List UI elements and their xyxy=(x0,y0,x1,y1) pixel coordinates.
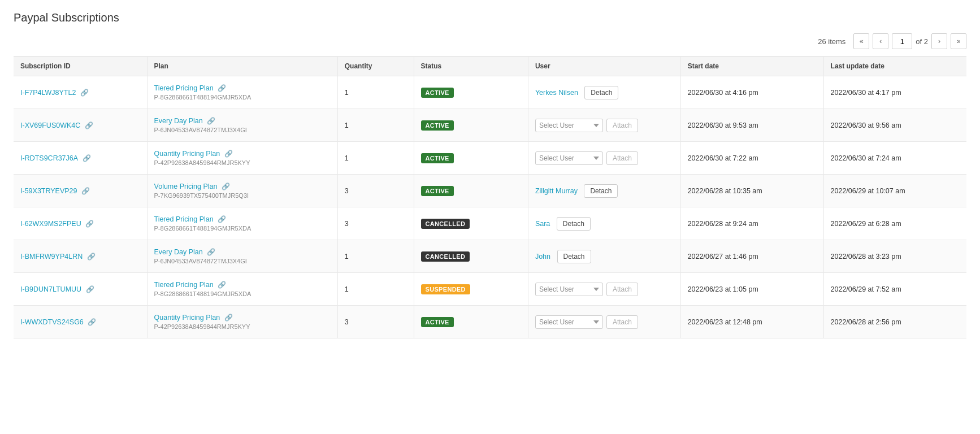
pagination-last[interactable]: » xyxy=(951,33,966,49)
cell-user: John Detach xyxy=(528,240,680,273)
cell-subscription-id: I-62WX9MS2FPEU 🔗 xyxy=(14,207,147,240)
subscription-id-link[interactable]: I-59X3TRYEVP29 xyxy=(20,187,77,195)
cell-quantity: 1 xyxy=(337,109,414,142)
subscription-id-link[interactable]: I-B9DUN7LTUMUU xyxy=(20,285,81,293)
subscription-id-link[interactable]: I-F7P4LWJ8YTL2 xyxy=(20,89,76,97)
subscription-link-icon[interactable]: 🔗 xyxy=(85,220,94,228)
cell-plan: Tiered Pricing Plan 🔗P-8G2868661T488194G… xyxy=(147,273,337,306)
plan-link-icon[interactable]: 🔗 xyxy=(218,281,226,289)
plan-name-link[interactable]: Every Day Plan xyxy=(154,248,203,256)
cell-status: ACTIVE xyxy=(414,175,528,207)
subscription-link-icon[interactable]: 🔗 xyxy=(83,154,91,162)
plan-link-icon[interactable]: 🔗 xyxy=(207,117,215,125)
cell-subscription-id: I-XV69FUS0WK4C 🔗 xyxy=(14,109,147,142)
subscription-link-icon[interactable]: 🔗 xyxy=(87,253,96,261)
cell-plan: Volume Pricing Plan 🔗P-7KG96939TX575400T… xyxy=(147,175,337,207)
cell-status: ACTIVE xyxy=(414,142,528,175)
user-select[interactable]: Select User xyxy=(535,119,603,132)
pagination-next[interactable]: › xyxy=(931,33,947,49)
plan-link-icon[interactable]: 🔗 xyxy=(207,248,215,256)
plan-name-link[interactable]: Tiered Pricing Plan xyxy=(154,281,214,289)
cell-user: Select UserAttach xyxy=(528,273,680,306)
subscription-id-link[interactable]: I-BMFRW9YP4LRN xyxy=(20,253,83,261)
subscription-link-icon[interactable]: 🔗 xyxy=(81,187,90,195)
cell-plan: Every Day Plan 🔗P-6JN04533AV874872TMJ3X4… xyxy=(147,109,337,142)
cell-update-date: 2022/06/30 at 9:56 am xyxy=(823,109,966,142)
plan-name-link[interactable]: Quantity Pricing Plan xyxy=(154,150,220,158)
status-badge: ACTIVE xyxy=(421,88,454,98)
user-select-wrap: Select UserAttach xyxy=(535,151,674,165)
cell-status: ACTIVE xyxy=(414,306,528,338)
cell-update-date: 2022/06/28 at 2:56 pm xyxy=(823,306,966,338)
pagination-page-input[interactable] xyxy=(892,33,912,49)
cell-user: Select UserAttach xyxy=(528,306,680,338)
subscription-link-icon[interactable]: 🔗 xyxy=(88,318,96,326)
status-badge: ACTIVE xyxy=(421,186,454,196)
cell-update-date: 2022/06/28 at 3:23 pm xyxy=(823,240,966,273)
user-name-link[interactable]: John xyxy=(535,253,550,261)
plan-link-icon[interactable]: 🔗 xyxy=(224,314,233,322)
attach-button[interactable]: Attach xyxy=(606,283,638,296)
subscription-id-link[interactable]: I-62WX9MS2FPEU xyxy=(20,220,81,228)
user-select[interactable]: Select User xyxy=(535,283,603,296)
pagination-bar: 26 items « ‹ of 2 › » xyxy=(14,33,966,49)
attach-button[interactable]: Attach xyxy=(606,119,638,132)
cell-user: Select UserAttach xyxy=(528,109,680,142)
plan-name-link[interactable]: Every Day Plan xyxy=(154,117,203,125)
cell-start-date: 2022/06/30 at 4:16 pm xyxy=(680,76,823,109)
user-select-wrap: Select UserAttach xyxy=(535,315,674,329)
cell-plan: Tiered Pricing Plan 🔗P-8G2868661T488194G… xyxy=(147,207,337,240)
status-badge: CANCELLED xyxy=(421,251,470,262)
detach-button[interactable]: Detach xyxy=(584,184,618,198)
plan-name-link[interactable]: Tiered Pricing Plan xyxy=(154,215,214,223)
table-row: I-WWXDTVS24SG6 🔗Quantity Pricing Plan 🔗P… xyxy=(14,306,966,338)
plan-link-icon[interactable]: 🔗 xyxy=(218,84,226,92)
subscription-link-icon[interactable]: 🔗 xyxy=(85,121,93,129)
user-select[interactable]: Select User xyxy=(535,315,603,329)
user-name-link[interactable]: Sara xyxy=(535,220,550,228)
attach-button[interactable]: Attach xyxy=(606,315,638,329)
col-header-plan: Plan xyxy=(147,57,337,76)
plan-link-icon[interactable]: 🔗 xyxy=(222,183,230,190)
subscription-link-icon[interactable]: 🔗 xyxy=(86,285,94,293)
detach-button[interactable]: Detach xyxy=(584,86,618,99)
plan-link-icon[interactable]: 🔗 xyxy=(224,150,233,158)
pagination-first[interactable]: « xyxy=(853,33,869,49)
cell-quantity: 1 xyxy=(337,142,414,175)
plan-id: P-8G2868661T488194GMJR5XDA xyxy=(154,290,331,297)
cell-status: CANCELLED xyxy=(414,240,528,273)
user-select[interactable]: Select User xyxy=(535,151,603,165)
cell-update-date: 2022/06/30 at 7:24 am xyxy=(823,142,966,175)
cell-start-date: 2022/06/30 at 7:22 am xyxy=(680,142,823,175)
plan-name-link[interactable]: Quantity Pricing Plan xyxy=(154,314,220,322)
cell-user: Sara Detach xyxy=(528,207,680,240)
user-name-link[interactable]: Yerkes Nilsen xyxy=(535,89,578,97)
status-badge: ACTIVE xyxy=(421,317,454,327)
col-header-id: Subscription ID xyxy=(14,57,147,76)
pagination-prev[interactable]: ‹ xyxy=(873,33,888,49)
cell-status: ACTIVE xyxy=(414,109,528,142)
cell-update-date: 2022/06/29 at 10:07 am xyxy=(823,175,966,207)
table-row: I-XV69FUS0WK4C 🔗Every Day Plan 🔗P-6JN045… xyxy=(14,109,966,142)
attach-button[interactable]: Attach xyxy=(606,151,638,165)
table-row: I-B9DUN7LTUMUU 🔗Tiered Pricing Plan 🔗P-8… xyxy=(14,273,966,306)
detach-button[interactable]: Detach xyxy=(557,217,591,231)
detach-button[interactable]: Detach xyxy=(557,250,591,263)
subscriptions-table: Subscription ID Plan Quantity Status Use… xyxy=(14,56,966,338)
plan-id: P-6JN04533AV874872TMJ3X4GI xyxy=(154,258,331,264)
plan-link-icon[interactable]: 🔗 xyxy=(218,215,226,223)
cell-start-date: 2022/06/23 at 1:05 pm xyxy=(680,273,823,306)
subscription-link-icon[interactable]: 🔗 xyxy=(80,89,89,97)
plan-name-link[interactable]: Tiered Pricing Plan xyxy=(154,84,214,92)
pagination-total: of 2 xyxy=(916,37,928,46)
plan-name-link[interactable]: Volume Pricing Plan xyxy=(154,183,218,190)
table-row: I-BMFRW9YP4LRN 🔗Every Day Plan 🔗P-6JN045… xyxy=(14,240,966,273)
subscription-id-link[interactable]: I-WWXDTVS24SG6 xyxy=(20,318,84,326)
user-name-link[interactable]: Zillgitt Murray xyxy=(535,187,578,195)
table-row: I-F7P4LWJ8YTL2 🔗Tiered Pricing Plan 🔗P-8… xyxy=(14,76,966,109)
cell-update-date: 2022/06/30 at 4:17 pm xyxy=(823,76,966,109)
subscription-id-link[interactable]: I-XV69FUS0WK4C xyxy=(20,121,80,129)
cell-quantity: 3 xyxy=(337,175,414,207)
cell-start-date: 2022/06/23 at 12:48 pm xyxy=(680,306,823,338)
subscription-id-link[interactable]: I-RDTS9CR37J6A xyxy=(20,154,78,162)
